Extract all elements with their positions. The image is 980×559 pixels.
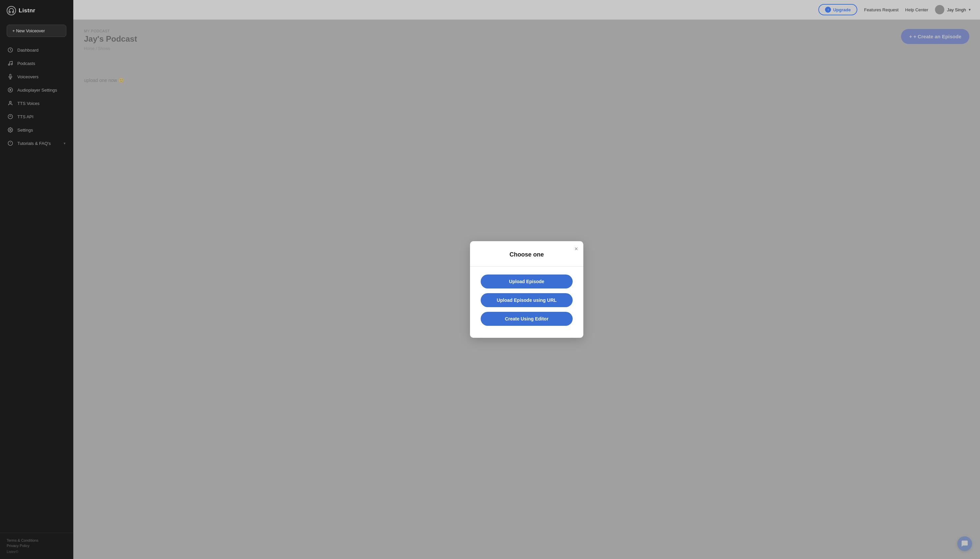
svg-marker-6 [10, 89, 12, 91]
create-using-editor-button[interactable]: Create Using Editor [481, 312, 573, 326]
audioplayer-icon [7, 87, 13, 93]
dashboard-icon [7, 47, 13, 53]
sidebar-item-voiceovers[interactable]: Voiceovers [3, 70, 70, 83]
upload-episode-url-button[interactable]: Upload Episode using URL [481, 293, 573, 307]
sidebar-item-audioplayer-label: Audioplayer Settings [17, 88, 57, 93]
sidebar-item-tts-api-label: TTS API [17, 114, 33, 119]
tts-api-icon [7, 114, 13, 120]
upgrade-button[interactable]: ↑ Upgrade [818, 4, 857, 15]
sidebar-item-tts-voices[interactable]: TTS Voices [3, 97, 70, 109]
privacy-link[interactable]: Privacy Policy [7, 544, 66, 547]
logo-icon [7, 6, 16, 15]
sidebar-item-tutorials-label: Tutorials & FAQ's [17, 141, 51, 146]
settings-icon [7, 127, 13, 133]
tutorials-icon [7, 140, 13, 146]
topbar: ↑ Upgrade Features Request Help Center J… [73, 0, 980, 20]
features-request-link[interactable]: Features Request [864, 7, 898, 12]
upgrade-label: Upgrade [833, 7, 851, 12]
modal-dialog: × Choose one Upload Episode Upload Episo… [470, 241, 583, 338]
podcasts-icon [7, 60, 13, 66]
svg-point-5 [8, 88, 12, 92]
user-menu[interactable]: Jay Singh ▾ [935, 5, 971, 14]
sidebar-nav: Dashboard Podcasts Voiceovers [0, 44, 73, 533]
sidebar-item-tts-api[interactable]: TTS API [3, 110, 70, 123]
sidebar: Listnr + New Voiceover Dashboard Podcast… [0, 0, 73, 559]
terms-link[interactable]: Terms & Conditions [7, 538, 66, 542]
svg-point-2 [11, 64, 12, 65]
sidebar-item-voiceovers-label: Voiceovers [17, 74, 39, 79]
new-voiceover-button[interactable]: + New Voiceover [7, 25, 66, 37]
user-avatar [935, 5, 944, 14]
sidebar-item-tutorials[interactable]: Tutorials & FAQ's ▾ [3, 137, 70, 150]
sidebar-item-podcasts[interactable]: Podcasts [3, 57, 70, 69]
svg-point-1 [8, 64, 10, 65]
logo-area: Listnr [0, 0, 73, 22]
tutorials-chevron-icon: ▾ [64, 141, 66, 146]
sidebar-item-dashboard-label: Dashboard [17, 48, 39, 53]
svg-point-7 [9, 101, 11, 103]
upgrade-icon: ↑ [825, 7, 831, 13]
svg-point-8 [10, 129, 11, 131]
help-center-link[interactable]: Help Center [905, 7, 929, 12]
modal-close-button[interactable]: × [574, 246, 578, 252]
modal-divider [470, 266, 583, 266]
sidebar-item-settings[interactable]: Settings [3, 124, 70, 136]
sidebar-item-audioplayer[interactable]: Audioplayer Settings [3, 84, 70, 96]
sidebar-item-tts-voices-label: TTS Voices [17, 101, 39, 106]
voiceovers-icon [7, 74, 13, 79]
sidebar-footer: Terms & Conditions Privacy Policy Listnr… [0, 533, 73, 559]
modal-title: Choose one [481, 251, 573, 258]
modal-overlay: × Choose one Upload Episode Upload Episo… [73, 20, 980, 559]
copyright-text: Listnr© [7, 550, 66, 554]
main-content: ↑ Upgrade Features Request Help Center J… [73, 0, 980, 559]
tts-voices-icon [7, 100, 13, 106]
sidebar-item-settings-label: Settings [17, 127, 33, 132]
page-content: My Podcast Jay's Podcast Home / Shows + … [73, 20, 980, 559]
user-name: Jay Singh [947, 7, 966, 12]
chevron-down-icon: ▾ [968, 7, 971, 12]
upload-episode-button[interactable]: Upload Episode [481, 275, 573, 288]
sidebar-item-dashboard[interactable]: Dashboard [3, 44, 70, 56]
logo-text: Listnr [19, 7, 35, 14]
sidebar-item-podcasts-label: Podcasts [17, 61, 35, 66]
